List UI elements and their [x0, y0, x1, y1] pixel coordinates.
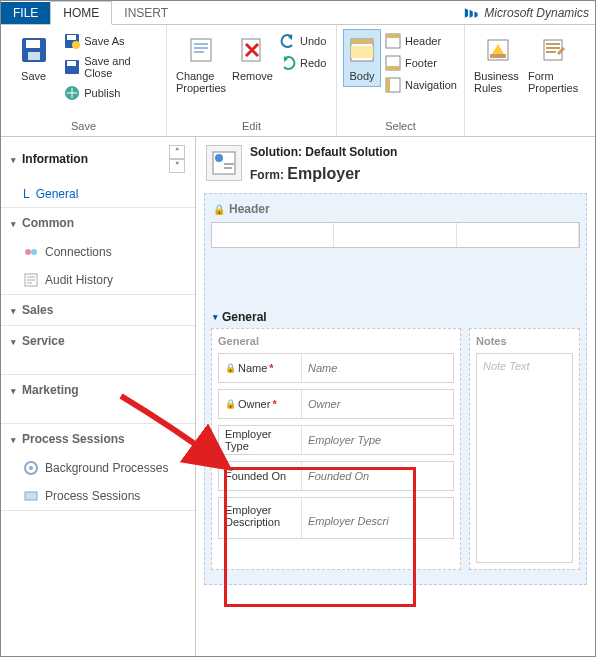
svg-rect-31	[25, 492, 37, 500]
notes-area[interactable]: Note Text	[476, 353, 573, 563]
svg-rect-18	[386, 34, 400, 38]
tab-insert[interactable]: INSERT	[112, 2, 180, 24]
redo-icon	[280, 55, 296, 71]
ribbon: Save Save As Save and Close Publish Save…	[1, 25, 595, 137]
general-column[interactable]: General 🔒Name* 🔒Owner* Employer Type	[211, 328, 461, 570]
connections-icon	[23, 244, 39, 260]
save-and-close-button[interactable]: Save and Close	[60, 53, 160, 81]
publish-icon	[64, 85, 80, 101]
svg-rect-22	[386, 78, 390, 92]
left-navigation-pane: Information ˄˅ LGeneral Common Connectio…	[1, 137, 196, 656]
svg-rect-1	[26, 40, 40, 48]
solution-label: Solution:	[250, 145, 302, 159]
svg-point-30	[29, 466, 33, 470]
svg-rect-24	[490, 54, 506, 58]
svg-rect-10	[194, 43, 208, 45]
tab-file[interactable]: FILE	[1, 2, 50, 24]
field-name[interactable]: 🔒Name*	[218, 353, 454, 383]
field-founded-on[interactable]: Founded On	[218, 461, 454, 491]
nav-section-process-sessions[interactable]: Process Sessions	[1, 424, 195, 454]
general-column-label: General	[218, 335, 454, 347]
form-canvas-pane: Solution: Default Solution Form: Employe…	[196, 137, 595, 656]
field-founded-on-input[interactable]	[301, 462, 453, 490]
nav-section-sales[interactable]: Sales	[1, 295, 195, 325]
navigation-button[interactable]: Navigation	[381, 75, 461, 95]
section-header[interactable]: Header	[209, 198, 582, 220]
svg-point-5	[72, 41, 80, 49]
svg-point-33	[215, 154, 223, 162]
field-owner-input[interactable]	[301, 390, 453, 418]
header-button[interactable]: Header	[381, 31, 461, 51]
nav-section-information[interactable]: Information ˄˅	[1, 137, 195, 181]
business-rules-button[interactable]: Business Rules	[471, 29, 525, 99]
svg-rect-20	[386, 66, 400, 70]
nav-section-service[interactable]: Service	[1, 326, 195, 356]
group-edit-label: Edit	[173, 118, 330, 136]
remove-button[interactable]: Remove	[229, 29, 276, 87]
save-icon	[18, 34, 50, 66]
body-button[interactable]: Body	[343, 29, 381, 87]
form-name: Employer	[287, 165, 360, 182]
body-icon	[346, 34, 378, 66]
nav-item-connections[interactable]: Connections	[1, 238, 195, 266]
nav-section-marketing[interactable]: Marketing	[1, 375, 195, 405]
svg-rect-4	[67, 35, 76, 40]
form-header-icon	[206, 145, 242, 181]
audit-icon	[23, 272, 39, 288]
save-as-button[interactable]: Save As	[60, 31, 160, 51]
svg-rect-35	[224, 167, 232, 169]
svg-rect-7	[67, 61, 76, 66]
svg-point-26	[25, 249, 31, 255]
svg-rect-11	[194, 47, 208, 49]
notes-column-label: Notes	[476, 335, 573, 347]
brand-label: Microsoft Dynamics	[464, 6, 595, 20]
field-employer-description[interactable]: Employer Description	[218, 497, 454, 539]
notes-column[interactable]: Notes Note Text	[469, 328, 580, 570]
menu-tabs: FILE HOME INSERT Microsoft Dynamics	[1, 1, 595, 25]
nav-scroll-down[interactable]: ˅	[169, 159, 185, 173]
change-properties-button[interactable]: Change Properties	[173, 29, 229, 99]
svg-rect-2	[28, 52, 40, 60]
header-icon	[385, 33, 401, 49]
publish-button[interactable]: Publish	[60, 83, 160, 103]
nav-item-process-sessions[interactable]: Process Sessions	[1, 482, 195, 510]
bg-processes-icon	[23, 460, 39, 476]
field-employer-type[interactable]: Employer Type	[218, 425, 454, 455]
svg-point-27	[31, 249, 37, 255]
undo-button[interactable]: Undo	[276, 31, 330, 51]
form-properties-button[interactable]: Form Properties	[525, 29, 583, 99]
remove-icon	[236, 34, 268, 66]
field-employer-type-input[interactable]	[301, 426, 453, 454]
undo-icon	[280, 33, 296, 49]
svg-rect-9	[191, 39, 211, 61]
nav-section-common[interactable]: Common	[1, 208, 195, 238]
svg-rect-16	[351, 46, 373, 58]
footer-button[interactable]: Footer	[381, 53, 461, 73]
svg-rect-34	[224, 163, 234, 165]
field-employer-description-input[interactable]	[301, 498, 453, 538]
section-general[interactable]: General	[209, 306, 582, 328]
save-as-icon	[64, 33, 80, 49]
business-rules-icon	[482, 34, 514, 66]
redo-button[interactable]: Redo	[276, 53, 330, 73]
nav-scroll-up[interactable]: ˄	[169, 145, 185, 159]
form-label: Form:	[250, 168, 284, 182]
solution-value: Default Solution	[305, 145, 397, 159]
group-select-label: Select	[343, 118, 458, 136]
tab-home[interactable]: HOME	[50, 1, 112, 25]
save-button[interactable]: Save	[7, 29, 60, 87]
form-design-canvas[interactable]: Header General General 🔒Name* 🔒Owner*	[204, 193, 587, 585]
svg-rect-15	[351, 39, 373, 44]
svg-rect-12	[194, 51, 204, 53]
process-sessions-icon	[23, 488, 39, 504]
nav-item-background-processes[interactable]: Background Processes	[1, 454, 195, 482]
nav-item-audit-history[interactable]: Audit History	[1, 266, 195, 294]
properties-icon	[185, 34, 217, 66]
field-owner[interactable]: 🔒Owner*	[218, 389, 454, 419]
nav-item-general[interactable]: LGeneral	[1, 181, 195, 207]
dynamics-logo-icon	[464, 7, 480, 19]
field-name-input[interactable]	[301, 354, 453, 382]
footer-icon	[385, 55, 401, 71]
group-save-label: Save	[7, 118, 160, 136]
header-row[interactable]	[211, 222, 580, 248]
